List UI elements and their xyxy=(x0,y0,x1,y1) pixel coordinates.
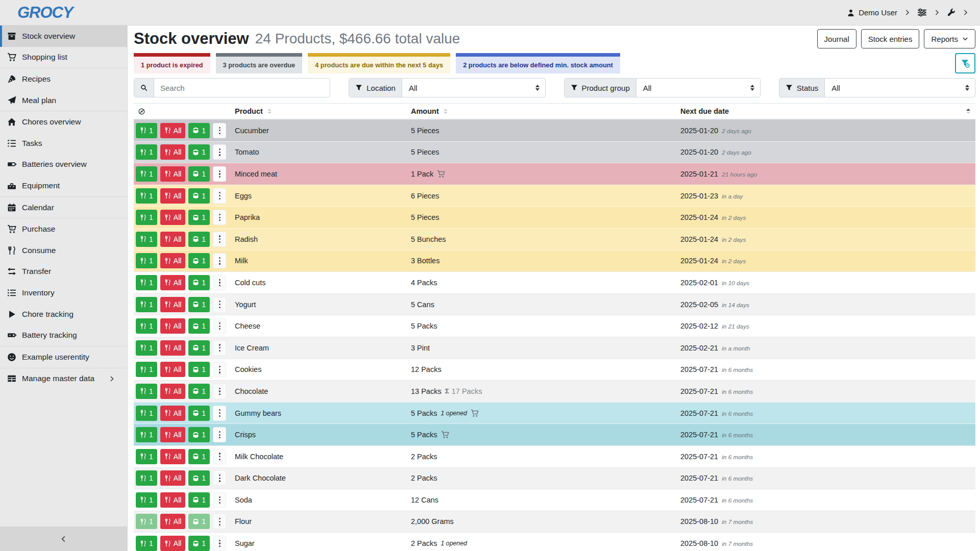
row-menu-button[interactable] xyxy=(213,275,226,290)
consume-one-button[interactable]: 1 xyxy=(136,536,157,551)
consume-all-button[interactable]: All xyxy=(160,470,186,486)
admin-wrench-button[interactable] xyxy=(947,8,955,17)
sidebar-item-equipment[interactable]: Equipment xyxy=(0,175,127,196)
column-product-header[interactable]: Product xyxy=(231,104,407,119)
sidebar-item-purchase[interactable]: Purchase xyxy=(0,218,127,240)
open-one-button[interactable]: 1 xyxy=(188,275,210,290)
open-one-button[interactable]: 1 xyxy=(188,449,210,464)
consume-one-button[interactable]: 1 xyxy=(136,384,157,399)
consume-all-button[interactable]: All xyxy=(160,275,186,290)
sidebar-item-consume[interactable]: Consume xyxy=(0,240,127,261)
row-menu-button[interactable] xyxy=(213,188,226,204)
consume-all-button[interactable]: All xyxy=(160,427,186,442)
open-one-button[interactable]: 1 xyxy=(188,427,210,442)
clear-filters-button[interactable] xyxy=(955,53,975,73)
stock-entries-button[interactable]: Stock entries xyxy=(861,29,920,48)
row-menu-button[interactable] xyxy=(213,166,226,182)
sidebar-item-shopping-list[interactable]: Shopping list xyxy=(0,47,127,68)
consume-all-button[interactable]: All xyxy=(160,232,186,247)
consume-all-button[interactable]: All xyxy=(160,210,186,225)
consume-one-button[interactable]: 1 xyxy=(136,318,157,334)
consume-all-button[interactable]: All xyxy=(160,188,186,204)
sidebar-item-tasks[interactable]: Tasks xyxy=(0,133,127,154)
consume-all-button[interactable]: All xyxy=(160,406,186,421)
sidebar-item-stock-overview[interactable]: Stock overview xyxy=(0,26,127,47)
row-menu-button[interactable] xyxy=(213,340,226,356)
column-due-date-header[interactable]: Next due date xyxy=(676,104,975,119)
sidebar-item-transfer[interactable]: Transfer xyxy=(0,261,127,283)
row-menu-button[interactable] xyxy=(213,362,226,377)
consume-one-button[interactable]: 1 xyxy=(136,297,157,312)
consume-all-button[interactable]: All xyxy=(160,384,186,399)
open-one-button[interactable]: 1 xyxy=(188,492,210,508)
app-logo[interactable]: GROCY xyxy=(17,4,73,22)
consume-all-button[interactable]: All xyxy=(160,514,186,529)
open-one-button[interactable]: 1 xyxy=(188,297,210,312)
row-menu-button[interactable] xyxy=(213,123,226,138)
consume-all-button[interactable]: All xyxy=(160,362,186,377)
row-menu-button[interactable] xyxy=(213,384,226,399)
sidebar-item-battery-tracking[interactable]: Battery tracking xyxy=(0,324,127,346)
row-menu-button[interactable] xyxy=(213,318,226,334)
user-menu-chevron-icon[interactable] xyxy=(904,9,911,16)
journal-button[interactable]: Journal xyxy=(817,29,856,48)
consume-one-button[interactable]: 1 xyxy=(136,232,157,247)
row-menu-button[interactable] xyxy=(213,253,226,268)
status-badge[interactable]: 4 products are due within the next 5 day… xyxy=(308,53,450,73)
consume-all-button[interactable]: All xyxy=(160,253,186,268)
row-menu-button[interactable] xyxy=(213,232,226,247)
sidebar-item-example-userentity[interactable]: Example userentity xyxy=(0,346,127,368)
consume-one-button[interactable]: 1 xyxy=(136,449,157,464)
settings-sliders-button[interactable] xyxy=(917,8,927,17)
row-menu-button[interactable] xyxy=(213,449,226,464)
status-badge[interactable]: 3 products are overdue xyxy=(216,53,303,73)
open-one-button[interactable]: 1 xyxy=(188,253,210,268)
consume-one-button[interactable]: 1 xyxy=(136,123,157,138)
row-menu-button[interactable] xyxy=(213,406,226,421)
sidebar-item-manage-master-data[interactable]: Manage master data xyxy=(0,368,127,390)
open-one-button[interactable]: 1 xyxy=(188,340,210,356)
consume-all-button[interactable]: All xyxy=(160,166,186,182)
open-one-button[interactable]: 1 xyxy=(188,406,210,421)
column-visibility-header[interactable] xyxy=(134,104,231,119)
consume-one-button[interactable]: 1 xyxy=(136,166,157,182)
filter-select[interactable]: All xyxy=(825,79,975,97)
consume-all-button[interactable]: All xyxy=(160,144,186,160)
consume-one-button[interactable]: 1 xyxy=(136,406,157,421)
consume-one-button[interactable]: 1 xyxy=(136,427,157,442)
admin-chevron-icon[interactable] xyxy=(962,9,969,16)
consume-one-button[interactable]: 1 xyxy=(136,492,157,508)
row-menu-button[interactable] xyxy=(213,536,226,551)
sidebar-item-recipes[interactable]: Recipes xyxy=(0,68,127,90)
row-menu-button[interactable] xyxy=(213,144,226,160)
status-badge[interactable]: 2 products are below defined min. stock … xyxy=(456,53,620,73)
row-menu-button[interactable] xyxy=(213,492,226,508)
status-badge[interactable]: 1 product is expired xyxy=(134,53,210,73)
settings-chevron-icon[interactable] xyxy=(934,9,940,16)
sidebar-item-meal-plan[interactable]: Meal plan xyxy=(0,90,127,111)
consume-one-button[interactable]: 1 xyxy=(136,362,157,377)
sidebar-item-inventory[interactable]: Inventory xyxy=(0,282,127,304)
open-one-button[interactable]: 1 xyxy=(188,318,210,334)
open-one-button[interactable]: 1 xyxy=(188,514,210,529)
row-menu-button[interactable] xyxy=(213,297,226,312)
open-one-button[interactable]: 1 xyxy=(188,362,210,377)
consume-all-button[interactable]: All xyxy=(160,123,186,138)
open-one-button[interactable]: 1 xyxy=(188,166,210,182)
consume-one-button[interactable]: 1 xyxy=(136,514,157,529)
consume-all-button[interactable]: All xyxy=(160,449,186,464)
row-menu-button[interactable] xyxy=(213,210,226,225)
sidebar-item-chores-overview[interactable]: Chores overview xyxy=(0,111,127,133)
open-one-button[interactable]: 1 xyxy=(188,384,210,399)
open-one-button[interactable]: 1 xyxy=(188,210,210,225)
open-one-button[interactable]: 1 xyxy=(188,470,210,486)
consume-one-button[interactable]: 1 xyxy=(136,253,157,268)
sidebar-item-chore-tracking[interactable]: Chore tracking xyxy=(0,304,127,325)
sidebar-item-batteries-overview[interactable]: Batteries overview xyxy=(0,154,127,176)
consume-one-button[interactable]: 1 xyxy=(136,470,157,486)
row-menu-button[interactable] xyxy=(213,470,226,486)
consume-one-button[interactable]: 1 xyxy=(136,340,157,356)
row-menu-button[interactable] xyxy=(213,427,226,442)
consume-all-button[interactable]: All xyxy=(160,340,186,356)
consume-all-button[interactable]: All xyxy=(160,492,186,508)
